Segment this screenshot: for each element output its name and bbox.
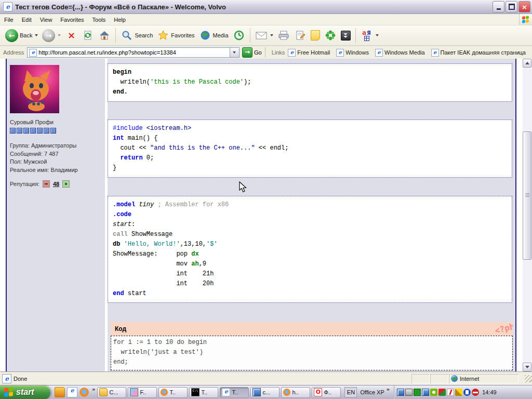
- status-pane: [411, 374, 430, 383]
- flashget-icon[interactable]: [55, 387, 65, 397]
- status-pane: [430, 374, 448, 383]
- mouse-cursor: [238, 181, 250, 193]
- profile-info: Группа: АдминистраторыСообщений: 7 487По…: [10, 142, 78, 174]
- menu-item-edit[interactable]: Edit: [18, 16, 36, 24]
- taskbar-clock[interactable]: 14:49: [482, 389, 497, 395]
- lan-tray-icon[interactable]: [397, 389, 404, 396]
- menu-item-view[interactable]: View: [36, 16, 57, 24]
- download-manager-button[interactable]: [339, 30, 353, 42]
- refresh-button[interactable]: [79, 28, 96, 43]
- network-icon: [252, 388, 261, 396]
- quick-launch: [55, 387, 89, 397]
- no-access-tray-icon[interactable]: [472, 389, 479, 396]
- post-body: begin writeln('this is the Pascal code')…: [108, 59, 515, 371]
- forward-button[interactable]: →: [40, 28, 63, 43]
- print-button[interactable]: [275, 28, 292, 43]
- search-icon: [121, 29, 133, 42]
- url-text[interactable]: http://forum.pascal.net.ru/index.php?sho…: [38, 49, 230, 56]
- scroll-thumb[interactable]: [523, 131, 531, 260]
- task-button[interactable]: h..: [281, 387, 310, 398]
- forward-dropdown-icon[interactable]: [58, 34, 61, 36]
- start-button[interactable]: start: [0, 385, 50, 399]
- mail-button[interactable]: [253, 28, 275, 43]
- menu-item-tools[interactable]: Tools: [88, 16, 110, 24]
- reputation-plus-button[interactable]: [62, 180, 70, 188]
- printer-tray-icon[interactable]: [405, 389, 413, 396]
- window-title: Тест тегов Code={...} - Форум «Всё о Пас…: [15, 3, 226, 11]
- task-button[interactable]: F..: [128, 387, 157, 398]
- ie-icon: e: [375, 49, 383, 57]
- search-button[interactable]: Search: [118, 28, 155, 43]
- minimize-button[interactable]: [493, 1, 504, 12]
- mail-dropdown-icon[interactable]: [270, 34, 273, 36]
- task-button[interactable]: T..: [220, 387, 249, 398]
- back-dropdown-icon[interactable]: [35, 34, 38, 36]
- translate-dropdown-icon[interactable]: [376, 34, 379, 36]
- media-button[interactable]: Media: [197, 28, 231, 43]
- office-toolbar-label[interactable]: Office XP: [360, 389, 384, 395]
- status-bar: e Done Internet: [0, 371, 532, 385]
- address-input[interactable]: e http://forum.pascal.net.ru/index.php?s…: [27, 47, 240, 58]
- close-button[interactable]: ×: [518, 1, 530, 12]
- remote-desktop-tray-icon[interactable]: [414, 389, 421, 396]
- go-label: Go: [254, 49, 262, 56]
- reputation-minus-button[interactable]: [43, 180, 50, 188]
- go-button[interactable]: → Go: [242, 47, 262, 58]
- task-button[interactable]: T..: [158, 387, 188, 398]
- wizard-tray-icon[interactable]: [455, 389, 462, 396]
- vertical-scrollbar[interactable]: [523, 59, 532, 371]
- quick-launch-chevron-icon[interactable]: »: [92, 387, 95, 392]
- quote-code-block: Код <?ph for i := 1 to 10 do begin write…: [111, 322, 513, 370]
- firefox-icon: [283, 389, 290, 396]
- code-header: Код <?ph: [111, 322, 513, 336]
- menu-item-help[interactable]: Help: [110, 16, 130, 24]
- resize-grip[interactable]: [525, 375, 532, 382]
- task-button[interactable]: T..: [189, 387, 218, 398]
- office-chevron-icon[interactable]: »: [387, 387, 390, 392]
- language-indicator[interactable]: EN: [344, 387, 357, 397]
- mail-icon: [255, 29, 268, 42]
- stop-button[interactable]: ×: [63, 28, 79, 43]
- favorites-button[interactable]: Favorites: [155, 28, 196, 43]
- rank-pip: [23, 128, 29, 134]
- user-avatar: [10, 65, 59, 113]
- translate-button[interactable]: аЯ: [358, 28, 381, 43]
- menu-item-favorites[interactable]: Favorites: [56, 16, 88, 24]
- reputation-value[interactable]: 48: [53, 181, 59, 187]
- home-button[interactable]: [96, 28, 113, 43]
- firefox-icon[interactable]: [79, 388, 89, 397]
- lan-tray-icon[interactable]: [422, 389, 429, 396]
- icq-button[interactable]: [322, 28, 339, 43]
- task-button[interactable]: C...: [97, 387, 126, 398]
- link-item[interactable]: eFree Hotmail: [288, 49, 330, 57]
- notes-button[interactable]: [309, 29, 322, 42]
- link-item[interactable]: eWindows Media: [375, 49, 425, 57]
- links-label: Links: [269, 49, 288, 56]
- code-block-asm: .model tiny ; Assembler for x86.codestar…: [108, 196, 512, 303]
- back-button[interactable]: ← Back: [3, 28, 40, 43]
- scroll-up-button[interactable]: [523, 59, 531, 68]
- media-icon: [199, 29, 211, 42]
- task-button[interactable]: c...: [250, 387, 280, 398]
- system-tray: [397, 389, 479, 396]
- back-label: Back: [20, 32, 32, 38]
- restore-button[interactable]: [506, 1, 517, 12]
- ie-page-icon: e: [3, 2, 12, 11]
- edit-button[interactable]: [292, 28, 309, 43]
- internet-zone-icon: [451, 375, 458, 382]
- traffic-tray-icon[interactable]: [438, 389, 446, 396]
- rank-pip: [10, 128, 16, 134]
- stop-icon: ×: [65, 29, 77, 42]
- icq-icon: [324, 29, 337, 42]
- task-button[interactable]: Ф..: [312, 387, 341, 398]
- history-button[interactable]: [231, 28, 247, 43]
- document-tray-icon[interactable]: [463, 389, 471, 396]
- scroll-down-button[interactable]: [523, 363, 531, 371]
- address-dropdown-button[interactable]: [230, 48, 239, 57]
- nvidia-tray-icon[interactable]: [430, 389, 437, 396]
- link-item[interactable]: eПакет IEAK домашняя страница: [431, 49, 526, 57]
- ie-icon[interactable]: [67, 387, 77, 397]
- power-tray-icon[interactable]: [447, 389, 454, 396]
- link-item[interactable]: eWindows: [336, 49, 369, 57]
- menu-item-file[interactable]: File: [0, 16, 18, 24]
